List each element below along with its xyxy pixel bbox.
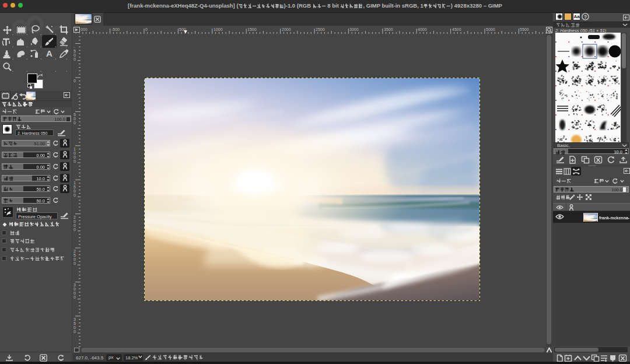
- svg-text:0: 0: [74, 330, 76, 334]
- svg-text:5500: 5500: [520, 27, 529, 32]
- svg-text:5: 5: [74, 49, 76, 53]
- svg-text:5: 5: [74, 185, 76, 189]
- svg-text:0: 0: [74, 189, 76, 193]
- svg-text:0: 0: [74, 228, 76, 232]
- svg-text:0: 0: [74, 159, 76, 163]
- svg-text:0: 0: [74, 121, 76, 125]
- svg-text:2500: 2500: [316, 27, 325, 32]
- svg-text:0: 0: [74, 193, 76, 197]
- svg-text:3500: 3500: [384, 27, 393, 32]
- svg-text:3: 3: [74, 317, 76, 321]
- svg-text:0: 0: [74, 291, 76, 295]
- svg-text:0: 0: [74, 287, 76, 291]
- svg-text:4000: 4000: [418, 27, 427, 32]
- svg-text:3000: 3000: [349, 27, 359, 32]
- svg-text:1000: 1000: [214, 27, 223, 32]
- svg-text:5: 5: [74, 113, 76, 117]
- svg-text:2: 2: [74, 249, 76, 253]
- svg-text:0: 0: [74, 155, 76, 159]
- svg-text:0: 0: [74, 79, 76, 83]
- svg-text:0: 0: [74, 53, 76, 57]
- svg-text:1500: 1500: [247, 27, 257, 32]
- svg-text:0: 0: [74, 326, 76, 330]
- svg-text:0: 0: [74, 257, 76, 261]
- svg-text:0: 0: [74, 117, 76, 121]
- svg-text:?: ?: [584, 14, 587, 20]
- svg-text:5: 5: [74, 253, 76, 257]
- svg-text:2000: 2000: [282, 27, 291, 32]
- svg-text:4500: 4500: [452, 27, 461, 32]
- svg-text:0: 0: [74, 219, 76, 223]
- svg-text:A: A: [46, 48, 52, 58]
- svg-text:0: 0: [74, 295, 76, 299]
- svg-text:0: 0: [74, 57, 76, 61]
- svg-text:1: 1: [74, 147, 76, 151]
- svg-text:1: 1: [74, 181, 76, 185]
- svg-text:3: 3: [74, 283, 76, 287]
- svg-text:0: 0: [74, 223, 76, 228]
- svg-text:-500: -500: [111, 27, 120, 32]
- svg-text:5: 5: [74, 321, 76, 326]
- svg-text:2: 2: [74, 215, 76, 219]
- svg-text:0: 0: [74, 151, 76, 155]
- svg-text:0: 0: [74, 261, 76, 265]
- svg-text:5000: 5000: [486, 27, 495, 32]
- svg-text:0: 0: [145, 27, 148, 32]
